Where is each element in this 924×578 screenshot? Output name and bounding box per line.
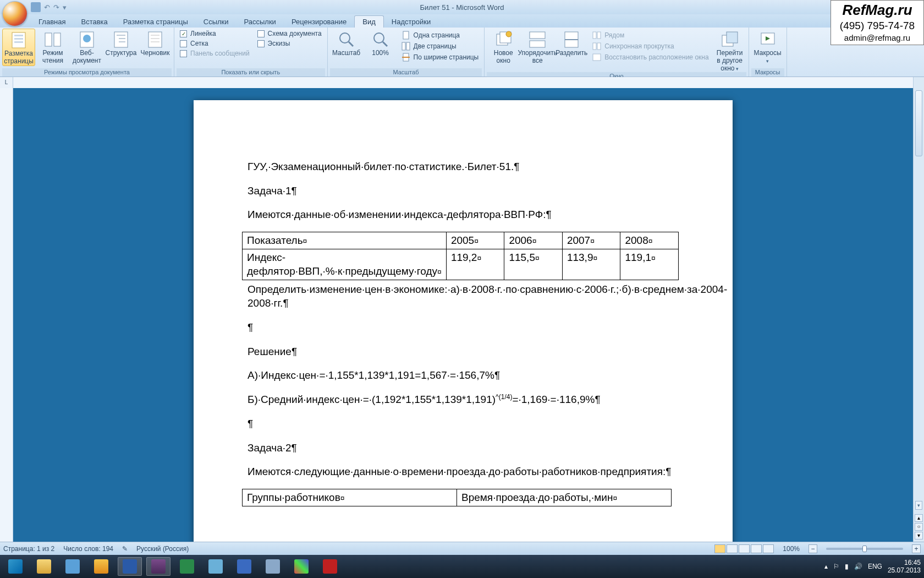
tray-language[interactable]: ENG xyxy=(868,563,882,570)
vertical-scrollbar[interactable]: ▾ ▴ ○ ▾ xyxy=(913,88,924,542)
split-button[interactable]: Разделить xyxy=(555,29,588,57)
tray-arrow-icon[interactable]: ▴ xyxy=(824,563,828,570)
ruler-toggle-icon[interactable] xyxy=(913,77,924,88)
cell[interactable]: 2006 xyxy=(509,235,532,246)
view-web-icon[interactable] xyxy=(739,544,750,553)
new-window-button[interactable]: Новое окно xyxy=(487,29,520,65)
zoom-in-button[interactable]: + xyxy=(912,544,921,553)
zoom-two-pages-button[interactable]: Две страницы xyxy=(398,41,482,52)
status-word-count[interactable]: Число слов: 194 xyxy=(63,545,113,553)
cell[interactable]: 119,2 xyxy=(451,252,477,263)
doc-paragraph[interactable]: Задача·1 xyxy=(248,184,679,198)
doc-paragraph[interactable]: Решение xyxy=(248,345,679,359)
cell[interactable]: Группы·работников xyxy=(247,492,340,503)
taskbar-paint[interactable] xyxy=(289,557,314,576)
tab-view[interactable]: Вид xyxy=(354,15,384,28)
doc-paragraph[interactable]: А)·Индекс·цен·=·1,155*1,139*1,191=1,567·… xyxy=(248,368,679,383)
cell[interactable]: 2008 xyxy=(625,235,648,246)
check-docmap[interactable]: Схема документа xyxy=(254,29,325,39)
check-ruler[interactable]: Линейка xyxy=(177,29,253,39)
proofing-icon[interactable]: ✎ xyxy=(122,545,128,553)
view-web-button[interactable]: Веб-документ xyxy=(70,29,103,65)
browse-object-icon[interactable]: ○ xyxy=(915,523,923,531)
doc-paragraph[interactable]: Б)·Средний·индекс·цен·=·(1,192*1,155*1,1… xyxy=(248,392,679,407)
view-draft-icon[interactable] xyxy=(763,544,774,553)
tray-volume-icon[interactable]: 🔊 xyxy=(854,563,862,570)
taskbar-notepad[interactable] xyxy=(204,557,228,576)
cell[interactable]: 2005 xyxy=(451,235,474,246)
cell[interactable]: 119,1 xyxy=(625,252,651,263)
tray-flag-icon[interactable]: ⚐ xyxy=(833,563,839,570)
view-outline-button[interactable]: Структура xyxy=(105,29,138,57)
cell[interactable]: Показатель xyxy=(247,235,303,246)
switch-windows-button[interactable]: Перейти в другое окно xyxy=(713,29,746,72)
view-outline-icon[interactable] xyxy=(751,544,762,553)
tab-mailings[interactable]: Рассылки xyxy=(237,16,284,28)
taskbar-winrar[interactable] xyxy=(146,557,170,576)
qat-save-icon[interactable] xyxy=(31,2,41,12)
zoom-slider[interactable] xyxy=(826,548,903,550)
macros-button[interactable]: Макросы xyxy=(751,29,784,65)
taskbar-calc[interactable] xyxy=(261,557,285,576)
tab-insert[interactable]: Вставка xyxy=(73,16,115,28)
view-reading-button[interactable]: Режим чтения xyxy=(36,29,69,65)
tab-references[interactable]: Ссылки xyxy=(196,16,237,28)
doc-table-2[interactable]: Группы·работников Время·проезда·до·работ… xyxy=(242,489,672,506)
doc-paragraph[interactable] xyxy=(248,417,679,431)
doc-paragraph[interactable]: ГУУ,·Экзаменационный·билет·по·статистике… xyxy=(248,160,679,174)
view-read-icon[interactable] xyxy=(727,544,738,553)
tray-network-icon[interactable]: ▮ xyxy=(845,563,849,570)
view-print-icon[interactable] xyxy=(714,544,725,553)
status-zoom-level[interactable]: 100% xyxy=(783,545,800,553)
taskbar-excel[interactable] xyxy=(175,557,199,576)
status-language[interactable]: Русский (Россия) xyxy=(136,545,189,553)
cell[interactable]: Индекс-дефлятор·ВВП,·%·к·предыдущему·год… xyxy=(247,252,437,277)
qat-redo-icon[interactable]: ↷ xyxy=(53,3,59,12)
zoom-one-page-button[interactable]: Одна страница xyxy=(398,30,482,41)
cell[interactable]: 113,9 xyxy=(567,252,593,263)
zoom-slider-knob[interactable] xyxy=(862,546,867,552)
taskbar-app[interactable] xyxy=(61,557,85,576)
scrollbar-thumb[interactable] xyxy=(915,90,922,156)
horizontal-ruler[interactable] xyxy=(13,77,913,88)
status-page[interactable]: Страница: 1 из 2 xyxy=(3,545,54,553)
cell[interactable]: 2007 xyxy=(567,235,590,246)
doc-paragraph[interactable]: Задача·2 xyxy=(248,441,679,455)
office-button[interactable] xyxy=(2,1,28,26)
doc-paragraph[interactable] xyxy=(248,320,679,335)
taskbar-acrobat[interactable] xyxy=(318,557,342,576)
start-button[interactable] xyxy=(3,557,28,576)
vertical-ruler[interactable] xyxy=(0,88,13,542)
zoom-page-width-button[interactable]: По ширине страницы xyxy=(398,52,482,63)
arrange-all-button[interactable]: Упорядочить все xyxy=(521,29,554,65)
check-thumbnails[interactable]: Эскизы xyxy=(254,39,325,48)
cell[interactable]: 115,5 xyxy=(509,252,535,263)
zoom-out-button[interactable]: − xyxy=(809,544,817,553)
scroll-down-icon[interactable]: ▾ xyxy=(915,501,922,510)
prev-page-icon[interactable]: ▴ xyxy=(915,514,923,522)
qat-undo-icon[interactable]: ↶ xyxy=(44,3,50,12)
next-page-icon[interactable]: ▾ xyxy=(915,532,923,539)
taskbar-app2[interactable] xyxy=(232,557,256,576)
doc-paragraph[interactable]: Имеются·данные·об·изменении·индекса-дефл… xyxy=(248,208,679,222)
taskbar-outlook[interactable] xyxy=(89,557,113,576)
check-gridlines[interactable]: Сетка xyxy=(177,39,253,48)
tab-home[interactable]: Главная xyxy=(31,16,73,28)
doc-paragraph[interactable]: Определить·изменение·цен·в·экономике:·а)… xyxy=(248,282,679,310)
doc-paragraph[interactable]: Имеются·следующие·данные·о·времени·проез… xyxy=(248,465,679,479)
cell[interactable]: Время·проезда·до·работы,·мин xyxy=(461,492,613,503)
zoom-100-button[interactable]: 100% xyxy=(364,29,397,57)
tab-selector[interactable]: L xyxy=(0,77,13,88)
taskbar-word[interactable] xyxy=(118,557,142,576)
doc-table-1[interactable]: Показатель 2005 2006 2007 2008 Индекс-де… xyxy=(242,232,679,280)
zoom-button[interactable]: Масштаб xyxy=(330,29,363,57)
view-draft-button[interactable]: Черновик xyxy=(139,29,172,57)
tab-addins[interactable]: Надстройки xyxy=(384,16,438,28)
qat-customize-icon[interactable]: ▾ xyxy=(63,3,67,12)
tab-review[interactable]: Рецензирование xyxy=(284,16,354,28)
tab-layout[interactable]: Разметка страницы xyxy=(116,16,196,28)
view-print-layout-button[interactable]: Разметка страницы xyxy=(2,29,35,66)
taskbar-explorer[interactable] xyxy=(32,557,56,576)
tray-clock[interactable]: 16:45 25.07.2013 xyxy=(888,559,921,575)
document-area[interactable]: ГУУ,·Экзаменационный·билет·по·статистике… xyxy=(13,88,913,542)
